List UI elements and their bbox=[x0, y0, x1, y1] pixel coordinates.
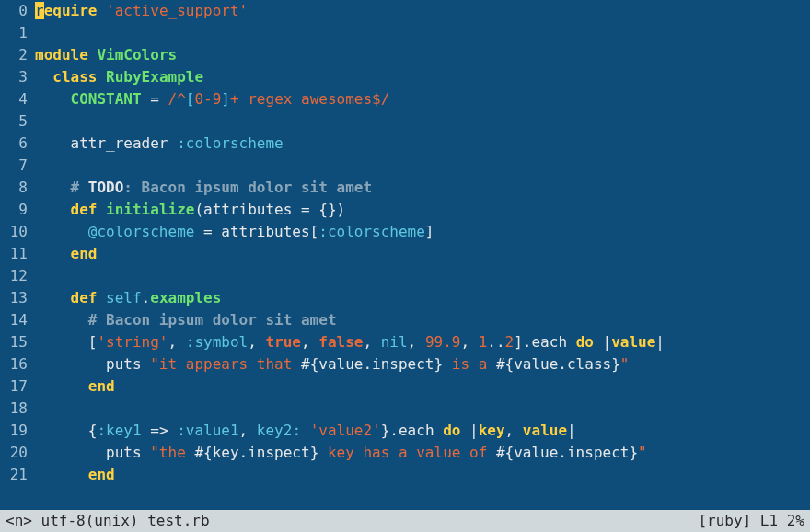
line-number: 11 bbox=[0, 243, 28, 265]
vim-editor: 0123456789101112131415161718192021 requi… bbox=[0, 0, 810, 532]
code-line[interactable]: @colorscheme = attributes[:colorscheme] bbox=[35, 221, 810, 243]
code-line[interactable]: CONSTANT = /^[0-9]+ regex awesomes$/ bbox=[35, 88, 810, 110]
code-line[interactable]: # Bacon ipsum dolor sit amet bbox=[35, 309, 810, 331]
status-left: <n> utf-8(unix) test.rb bbox=[6, 510, 210, 532]
line-number: 9 bbox=[0, 199, 28, 221]
line-number: 15 bbox=[0, 331, 28, 353]
line-number: 19 bbox=[0, 420, 28, 442]
code-line[interactable]: ['string', :symbol, true, false, nil, 99… bbox=[35, 331, 810, 353]
line-number: 2 bbox=[0, 44, 28, 66]
line-number: 13 bbox=[0, 287, 28, 309]
code-line[interactable]: end bbox=[35, 464, 810, 486]
code-line[interactable]: puts "the #{key.inspect} key has a value… bbox=[35, 442, 810, 464]
code-line[interactable]: require 'active_support' bbox=[35, 0, 810, 22]
line-number: 21 bbox=[0, 464, 28, 486]
line-number: 0 bbox=[0, 0, 28, 22]
status-right: [ruby] L1 2% bbox=[698, 510, 804, 532]
code-line[interactable]: def self.examples bbox=[35, 287, 810, 309]
line-number: 8 bbox=[0, 177, 28, 199]
code-lines[interactable]: require 'active_support' module VimColor… bbox=[35, 0, 810, 510]
line-number-gutter: 0123456789101112131415161718192021 bbox=[0, 0, 35, 510]
line-number: 12 bbox=[0, 265, 28, 287]
line-number: 17 bbox=[0, 376, 28, 398]
line-number: 4 bbox=[0, 88, 28, 110]
status-line: <n> utf-8(unix) test.rb [ruby] L1 2% bbox=[0, 510, 810, 532]
line-number: 3 bbox=[0, 66, 28, 88]
code-line[interactable]: end bbox=[35, 376, 810, 398]
code-line[interactable]: module VimColors bbox=[35, 44, 810, 66]
code-line[interactable] bbox=[35, 398, 810, 420]
line-number: 5 bbox=[0, 110, 28, 133]
line-number: 20 bbox=[0, 442, 28, 464]
code-line[interactable] bbox=[35, 155, 810, 177]
code-area[interactable]: 0123456789101112131415161718192021 requi… bbox=[0, 0, 810, 510]
code-line[interactable]: attr_reader :colorscheme bbox=[35, 133, 810, 155]
code-line[interactable]: # TODO: Bacon ipsum dolor sit amet bbox=[35, 177, 810, 199]
code-line[interactable]: end bbox=[35, 243, 810, 265]
line-number: 1 bbox=[0, 22, 28, 44]
line-number: 7 bbox=[0, 155, 28, 177]
line-number: 10 bbox=[0, 221, 28, 243]
code-line[interactable]: puts "it appears that #{value.inspect} i… bbox=[35, 353, 810, 376]
code-line[interactable]: class RubyExample bbox=[35, 66, 810, 88]
code-line[interactable]: def initialize(attributes = {}) bbox=[35, 199, 810, 221]
line-number: 6 bbox=[0, 133, 28, 155]
code-line[interactable] bbox=[35, 265, 810, 287]
code-line[interactable] bbox=[35, 22, 810, 44]
code-line[interactable] bbox=[35, 110, 810, 133]
line-number: 14 bbox=[0, 309, 28, 331]
line-number: 18 bbox=[0, 398, 28, 420]
line-number: 16 bbox=[0, 353, 28, 376]
code-line[interactable]: {:key1 => :value1, key2: 'value2'}.each … bbox=[35, 420, 810, 442]
